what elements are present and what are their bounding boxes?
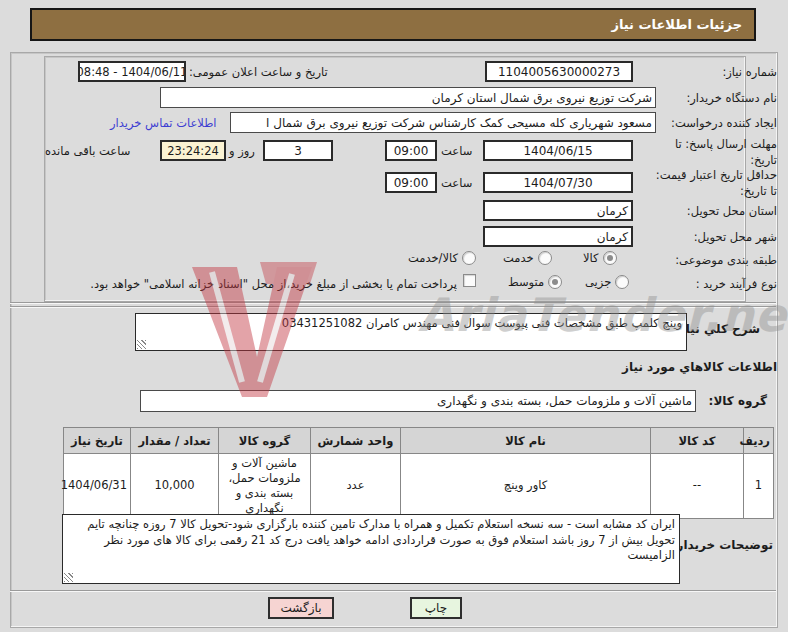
classification-label: طبقه بندی موضوعی: <box>675 253 777 267</box>
cell-item-name: کاور وینچ <box>401 454 651 519</box>
need-details-page: جزئیات اطلاعات نیاز شماره نیاز: 11040056… <box>0 0 788 632</box>
radio-service-icon[interactable] <box>538 251 552 265</box>
cell-quantity: 10,000 <box>131 454 219 519</box>
province-input[interactable]: کرمان <box>483 200 633 221</box>
reply-deadline-label: مهلت ارسال پاسخ: تا تاریخ: <box>655 137 777 168</box>
buyer-org-label: نام دستگاه خریدار: <box>686 91 777 105</box>
col-quantity: تعداد / مقدار <box>131 428 219 454</box>
buyer-org-input[interactable]: شرکت توزیع نیروی برق شمال استان کرمان <box>160 87 656 108</box>
cell-row-number: 1 <box>744 454 774 519</box>
goods-info-title: اطلاعات کالاهاي مورد نیاز <box>622 360 777 374</box>
radio-goods-label: کالا <box>583 251 599 265</box>
buyer-notes-text: ایران کد مشابه است - سه نسخه استعلام تکم… <box>87 517 675 562</box>
col-unit: واحد شمارش <box>311 428 401 454</box>
radio-goods-service-label: کالا/خدمت <box>408 251 458 265</box>
radio-partial-icon[interactable] <box>615 275 629 289</box>
countdown-timer: 23:24:24 <box>160 140 226 161</box>
buyer-contact-link[interactable]: اطلاعات تماس خریدار <box>110 116 217 130</box>
creator-label: ایجاد کننده درخواست: <box>671 116 777 130</box>
announce-datetime-label: تاریخ و ساعت اعلان عمومی: <box>189 65 328 79</box>
treasury-note: پرداخت تمام یا بخشی از مبلغ خرید،از محل … <box>55 277 457 291</box>
goods-table-header-row: ردیف کد کالا نام کالا واحد شمارش گروه کا… <box>64 428 774 454</box>
cell-unit: عدد <box>311 454 401 519</box>
process-type-label: نوع فرآیند خرید : <box>696 277 777 291</box>
resize-grip-icon[interactable] <box>64 573 73 582</box>
radio-goods-service-icon[interactable] <box>462 251 476 265</box>
cell-item-group: ماشین آلات و ملزومات حمل، بسته بندی و نگ… <box>219 454 311 519</box>
separator <box>10 306 776 308</box>
province-label: استان محل تحویل: <box>687 204 777 218</box>
cell-item-code: -- <box>651 454 744 519</box>
radio-partial-label: جزیی <box>585 275 611 289</box>
days-remaining-label: روز و <box>229 144 255 158</box>
need-number-input[interactable]: 1104005630000273 <box>485 61 633 82</box>
price-validity-label: حداقل تاریخ اعتبار قیمت: تا تاریخ: <box>649 168 777 199</box>
col-item-name: نام کالا <box>401 428 651 454</box>
separator <box>10 302 776 304</box>
price-hour-input[interactable]: 09:00 <box>385 172 437 193</box>
buyer-notes-label: توضیحات خریدار: <box>672 538 773 552</box>
radio-option-goods-service[interactable]: کالا/خدمت <box>408 251 476 265</box>
radio-option-goods[interactable]: کالا <box>583 251 617 265</box>
city-label: شهر محل تحویل: <box>694 230 777 244</box>
buyer-notes-textarea[interactable]: ایران کد مشابه است - سه نسخه استعلام تکم… <box>62 514 680 584</box>
description-text: وینچ کلمپ طبق مشخصات فنی پیوست سوال فنی … <box>282 316 682 330</box>
col-need-date: تاریخ نیاز <box>64 428 131 454</box>
col-item-code: کد کالا <box>651 428 744 454</box>
hours-remaining-label: ساعت باقی مانده <box>45 144 130 158</box>
reply-hour-label: ساعت <box>441 144 472 158</box>
goods-table-row: 1 -- کاور وینچ عدد ماشین آلات و ملزومات … <box>64 454 774 519</box>
col-item-group: گروه کالا <box>219 428 311 454</box>
back-button[interactable]: بازگشت <box>268 597 334 619</box>
radio-option-partial[interactable]: جزیی <box>585 275 629 289</box>
reply-hour-input[interactable]: 09:00 <box>385 140 437 161</box>
radio-medium-icon[interactable] <box>548 275 562 289</box>
announce-datetime-input[interactable]: 1404/06/11 - 08:48 <box>78 61 186 82</box>
resize-grip-icon[interactable] <box>137 340 146 349</box>
city-input[interactable]: کرمان <box>483 226 633 247</box>
reply-date-input[interactable]: 1404/06/15 <box>483 140 633 161</box>
description-textarea[interactable]: وینچ کلمپ طبق مشخصات فنی پیوست سوال فنی … <box>135 313 687 351</box>
radio-goods-icon[interactable] <box>603 251 617 265</box>
radio-medium-label: متوسط <box>508 275 544 289</box>
creator-input[interactable]: مسعود شهریاری کله مسیحی کمک کارشناس شرکت… <box>230 112 656 133</box>
treasury-checkbox[interactable] <box>463 274 476 287</box>
print-button[interactable]: چاپ <box>410 597 462 619</box>
page-title: جزئیات اطلاعات نیاز <box>30 8 756 41</box>
page-title-text: جزئیات اطلاعات نیاز <box>611 17 742 32</box>
goods-group-label: گروه کالا: <box>709 394 767 408</box>
price-date-input[interactable]: 1404/07/30 <box>483 172 633 193</box>
radio-service-label: خدمت <box>503 251 534 265</box>
radio-option-service[interactable]: خدمت <box>503 251 552 265</box>
separator <box>10 590 776 592</box>
goods-table: ردیف کد کالا نام کالا واحد شمارش گروه کا… <box>63 427 774 519</box>
cell-need-date: 1404/06/31 <box>64 454 131 519</box>
need-number-label: شماره نیاز: <box>722 65 777 79</box>
days-remaining-input[interactable]: 3 <box>263 140 333 161</box>
price-hour-label: ساعت <box>441 176 472 190</box>
goods-group-input[interactable]: ماشین آلات و ملزومات حمل، بسته بندی و نگ… <box>140 390 696 412</box>
radio-option-medium[interactable]: متوسط <box>508 275 562 289</box>
col-row-number: ردیف <box>744 428 774 454</box>
